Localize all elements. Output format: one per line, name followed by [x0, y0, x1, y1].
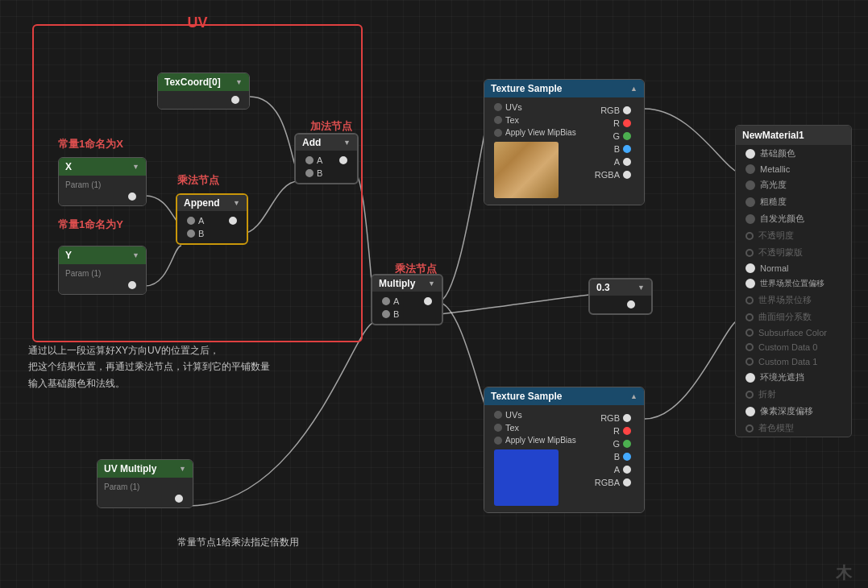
ts2-a-pin	[623, 466, 631, 474]
multiply-label: Multiply	[379, 278, 415, 289]
ts2-r: R	[588, 424, 641, 437]
mat-row-wd: 世界场景位移	[736, 292, 851, 308]
mat-row-shading: 着色模型	[736, 420, 851, 437]
const-x-annotation: 常量1命名为X	[58, 137, 123, 151]
ts1-r-pin	[623, 119, 631, 127]
mat-row-normal: Normal	[736, 261, 851, 275]
ts2-label: Texture Sample	[491, 391, 562, 402]
add-node-annotation: 加法节点	[310, 119, 352, 134]
tex-coord-output-row	[158, 94, 249, 106]
append-node: Append ▼ A B	[176, 193, 248, 245]
mat-cd0-pin	[745, 343, 754, 351]
ts1-rgb-pin	[623, 106, 631, 114]
ts1-mip: Apply View MipBias	[484, 126, 585, 139]
mat-wpo-pin	[745, 279, 755, 288]
ts1-header: Texture Sample ▲	[484, 80, 644, 97]
texture-sample-1: Texture Sample ▲ UVs Tex Apply View MipB…	[484, 79, 645, 205]
x-param-label: X	[65, 161, 72, 172]
multiply-a-input	[382, 297, 390, 305]
mat-specular-pin	[745, 180, 755, 190]
mat-pixel-depth-pin	[745, 407, 755, 416]
mat-shading-pin	[745, 424, 754, 433]
const-03-arrow[interactable]: ▼	[638, 284, 645, 292]
mat-row-ao: 环境光遮挡	[736, 369, 851, 386]
mat-row-emissive: 自发光颜色	[736, 210, 851, 227]
mat-row-specular: 高光度	[736, 176, 851, 193]
mat-row-refraction: 折射	[736, 386, 851, 403]
uv-multiply-sub: Param (1)	[98, 481, 193, 493]
append-output	[229, 217, 237, 225]
const-03-header: 0.3 ▼	[590, 280, 651, 296]
multiply-row-b: B	[372, 308, 442, 321]
desc-line3: 输入基础颜色和法线。	[28, 375, 270, 391]
mat-row-roughness: 粗糙度	[736, 193, 851, 210]
ts2-preview	[494, 449, 559, 506]
ts1-a-pin	[623, 158, 631, 166]
watermark: 木	[836, 562, 852, 584]
add-b-input	[305, 169, 314, 177]
uv-multiply-arrow[interactable]: ▼	[179, 465, 186, 473]
x-param-arrow[interactable]: ▼	[132, 163, 139, 171]
add-header: Add ▼	[296, 135, 357, 151]
ts2-content: UVs Tex Apply View MipBias RGB R	[484, 408, 644, 509]
ts1-body: UVs Tex Apply View MipBias RGB R	[484, 97, 644, 205]
x-output-pin	[128, 193, 136, 201]
ts2-rgb-pin	[623, 414, 631, 422]
ts1-rgb: RGB	[588, 104, 641, 117]
multiply-arrow[interactable]: ▼	[428, 280, 435, 288]
mat-row-cd0: Custom Data 0	[736, 340, 851, 354]
mat-tess-pin	[745, 313, 754, 321]
mat-row-opacity: 不透明度	[736, 227, 851, 244]
const-03-body	[590, 296, 651, 313]
ts1-tex-pin	[494, 116, 502, 124]
material-panel: NewMaterial1 基础颜色 Metallic 高光度 粗糙度 自发光颜色…	[735, 125, 852, 437]
y-param-arrow[interactable]: ▼	[132, 251, 139, 259]
add-a-label: A	[317, 155, 322, 165]
mat-wd-pin	[745, 296, 754, 304]
x-param-body: Param (1)	[59, 176, 146, 205]
const-03-node: 0.3 ▼	[588, 278, 653, 315]
ts2-outputs: RGB R G B A	[585, 408, 644, 509]
mat-row-metallic: Metallic	[736, 162, 851, 176]
uv-multiply-sublabel: Param (1)	[104, 482, 139, 491]
tex-coord-arrow[interactable]: ▼	[235, 78, 243, 86]
uv-multiply-header: UV Multiply ▼	[98, 460, 193, 478]
ts2-arrow[interactable]: ▲	[630, 392, 638, 400]
mat-opacity-pin	[745, 232, 754, 240]
mat-ao-pin	[745, 373, 755, 383]
add-output	[339, 156, 347, 164]
mat-row-tess: 曲面细分系数	[736, 308, 851, 325]
mat-normal-pin	[745, 263, 755, 273]
y-param-node: Y ▼ Param (1)	[58, 246, 147, 295]
x-param-output	[59, 191, 146, 202]
bottom-label: 常量节点1给乘法指定倍数用	[177, 536, 299, 549]
ts2-rgb: RGB	[588, 412, 641, 424]
ts2-mip: Apply View MipBias	[484, 434, 585, 446]
mat-opacity-mask-pin	[745, 249, 754, 257]
ts2-b-pin	[623, 453, 631, 461]
ts1-b: B	[588, 143, 641, 155]
uv-multiply-output	[98, 493, 193, 504]
multiply-a-label: A	[393, 296, 399, 306]
append-arrow[interactable]: ▼	[233, 199, 240, 207]
add-label: Add	[302, 137, 321, 148]
const-03-pin	[627, 300, 635, 308]
append-body: A B	[177, 211, 247, 243]
ts1-inputs: UVs Tex Apply View MipBias	[484, 101, 585, 201]
y-param-header: Y ▼	[59, 246, 146, 264]
add-arrow[interactable]: ▼	[343, 139, 351, 147]
mat-refraction-pin	[745, 391, 754, 399]
multiply-node-annotation1: 乘法节点	[177, 173, 219, 188]
mat-row-pixel-depth: 像素深度偏移	[736, 403, 851, 420]
ts1-g-pin	[623, 132, 631, 140]
ts1-arrow[interactable]: ▲	[630, 85, 638, 93]
uv-multiply-node: UV Multiply ▼ Param (1)	[97, 459, 193, 508]
ts1-rgba: RGBA	[588, 168, 641, 181]
y-param-sub: Param (1)	[59, 267, 146, 280]
ts2-header: Texture Sample ▲	[484, 387, 644, 405]
tex-coord-node: TexCoord[0] ▼	[157, 72, 250, 110]
tex-coord-label: TexCoord[0]	[164, 77, 221, 88]
ts2-inputs: UVs Tex Apply View MipBias	[484, 408, 585, 509]
multiply-b-label: B	[393, 309, 399, 319]
ts2-a: A	[588, 463, 641, 476]
